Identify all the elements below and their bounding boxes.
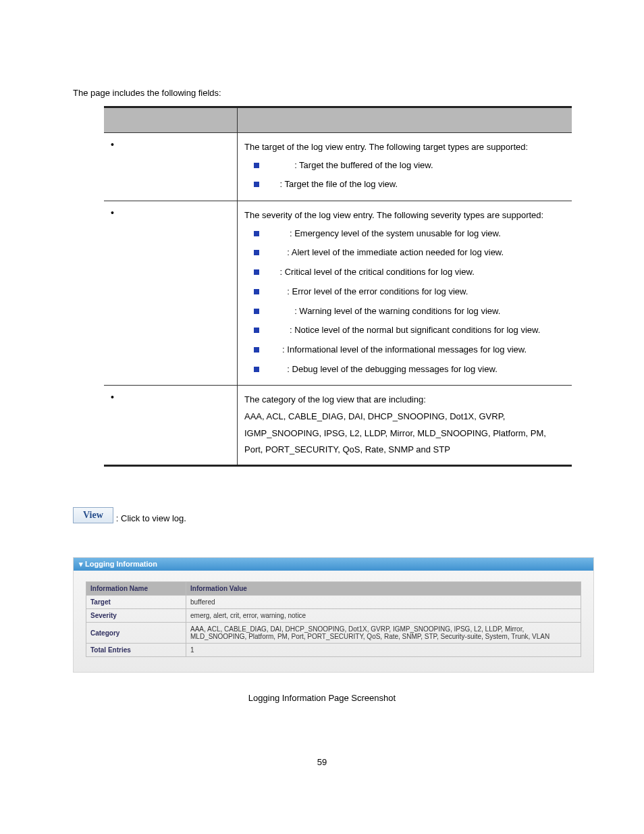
square-icon: [254, 231, 259, 236]
info-th-value: Information Value: [186, 582, 581, 596]
row1-sub7: : Debug level of the debugging messages …: [254, 360, 565, 380]
row1-sub1: : Alert level of the immediate action ne…: [254, 243, 565, 263]
table-row: Total Entries 1: [86, 644, 581, 657]
bullet-icon: [111, 208, 123, 218]
square-icon: [254, 347, 259, 353]
row2-extra0: AAA, ACL, CABLE_DIAG, DAI, DHCP_SNOOPING…: [244, 409, 565, 425]
row0-sub0: : Target the buffered of the log view.: [254, 156, 565, 176]
row0-sub1: : Target the file of the log view.: [254, 175, 565, 194]
info-th-name: Information Name: [86, 582, 186, 596]
row1-sub5: : Notice level of the normal but signifi…: [254, 321, 565, 340]
logging-info-panel: Logging Information Information Name Inf…: [73, 557, 594, 673]
fields-header-object: [104, 107, 238, 133]
figure-caption: Logging Information Page Screenshot: [73, 693, 571, 703]
info-table: Information Name Information Value Targe…: [86, 581, 581, 657]
row1-sub0: : Emergency level of the system unusable…: [254, 224, 565, 244]
bullet-icon: [111, 140, 123, 150]
row2-extra1: IGMP_SNOOPING, IPSG, L2, LLDP, Mirror, M…: [244, 425, 565, 442]
table-row: Target buffered: [86, 596, 581, 609]
row1-sub6: : Informational level of the information…: [254, 340, 565, 360]
row1-sub3: : Error level of the error conditions fo…: [254, 282, 565, 302]
row1-sub4: : Warning level of the warning condition…: [254, 302, 565, 321]
row2-lead: The category of the log view that are in…: [244, 392, 565, 409]
square-icon: [254, 269, 259, 275]
table-row: Category AAA, ACL, CABLE_DIAG, DAI, DHCP…: [86, 623, 581, 644]
square-icon: [254, 250, 259, 255]
square-icon: [254, 328, 259, 333]
page-number: 59: [73, 757, 571, 767]
table-row: Severity emerg, alert, crit, error, warn…: [86, 609, 581, 623]
square-icon: [254, 367, 259, 372]
panel-header: Logging Information: [74, 558, 593, 571]
square-icon: [254, 289, 259, 294]
row1-sub2: : Critical level of the critical conditi…: [254, 263, 565, 282]
square-icon: [254, 163, 259, 168]
row2-extra2: Port, PORT_SECURITY, QoS, Rate, SNMP and…: [244, 442, 565, 459]
view-button[interactable]: View: [73, 507, 113, 523]
square-icon: [254, 182, 259, 187]
row0-lead: The target of the log view entry. The fo…: [244, 139, 565, 156]
fields-header-description: [238, 107, 572, 133]
fields-table: The target of the log view entry. The fo…: [104, 106, 572, 467]
view-description: : Click to view log.: [116, 513, 186, 523]
square-icon: [254, 309, 259, 314]
intro-text: The page includes the following fields:: [73, 88, 571, 98]
row1-lead: The severity of the log view entry. The …: [244, 207, 565, 224]
bullet-icon: [111, 392, 123, 402]
